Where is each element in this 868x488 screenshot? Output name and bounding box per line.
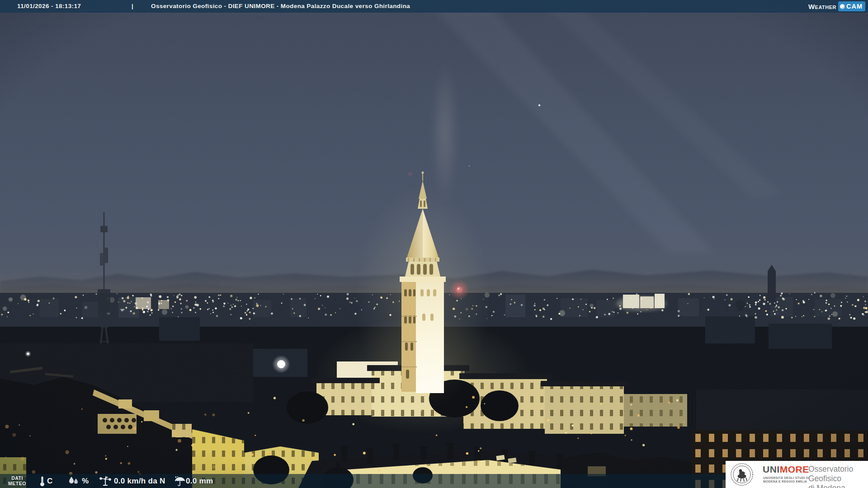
top-info-bar: 11/01/2026 - 18:13:17 | Osservatorio Geo…	[0, 0, 868, 13]
unimore-seal-icon	[730, 463, 754, 486]
grain-overlay	[0, 0, 868, 488]
university-subtitle: UNIVERSITÀ DEGLI STUDI DI MODENA E REGGI…	[763, 476, 809, 483]
humidity-reading: %	[82, 474, 89, 488]
weathercam-cam: CAM	[846, 3, 863, 10]
thermometer-icon	[39, 476, 46, 487]
camera-lens-icon	[840, 4, 845, 9]
weathercam-badge: CAM	[838, 1, 865, 11]
camera-title: Osservatorio Geofisico - DIEF UNIMORE - …	[151, 0, 410, 13]
weathercam-logo: Weather CAM	[808, 1, 865, 11]
timestamp: 11/01/2026 - 18:13:17	[17, 0, 81, 13]
temperature-reading: C	[47, 474, 53, 488]
webcam-frame: 11/01/2026 - 18:13:17 | Osservatorio Geo…	[0, 0, 868, 488]
separator: |	[132, 0, 133, 13]
webcam-photo	[0, 0, 868, 488]
observatory-name: Osservatorio Geofisico di Modena	[808, 465, 868, 488]
anemometer-icon	[99, 476, 112, 487]
wind-reading: 0.0 km/h da N	[114, 474, 165, 488]
dati-meteo-label: DATI METEO	[5, 475, 30, 486]
rain-umbrella-icon	[174, 476, 185, 487]
unimore-branding-box: UNIMORE UNIVERSITÀ DEGLI STUDI DI MODENA…	[726, 461, 868, 488]
unimore-wordmark: UNIMORE	[763, 464, 809, 475]
weathercam-word: Weather	[808, 3, 836, 10]
humidity-drops-icon	[68, 477, 80, 486]
rain-reading: 0.0 mm	[186, 474, 213, 488]
